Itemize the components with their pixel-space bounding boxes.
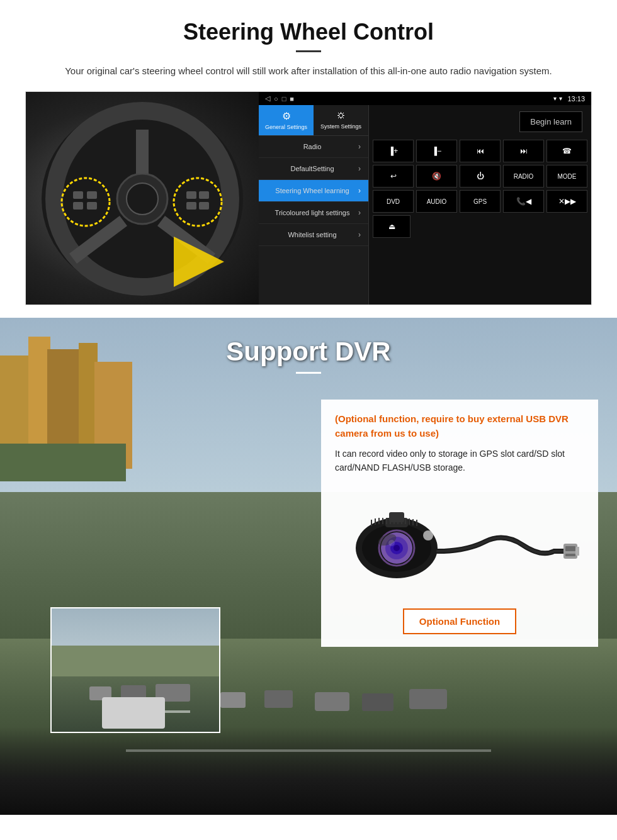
btn-vol-down[interactable]: ▐−	[416, 140, 457, 162]
btn-gps[interactable]: GPS	[460, 190, 501, 213]
dvd-label: DVD	[387, 198, 400, 205]
audio-label: AUDIO	[427, 198, 447, 205]
page-title: Steering Wheel Control	[25, 19, 592, 45]
nav-square-icon: □	[282, 95, 286, 103]
radio-label: RADIO	[514, 173, 534, 180]
tab-system-settings[interactable]: ⛭ System Settings	[314, 105, 368, 135]
menu-item-tricoloured[interactable]: Tricoloured light settings ›	[259, 202, 368, 224]
steering-photo	[26, 92, 259, 305]
steering-ui-container: ◁ ○ □ ■ ▾ ▾ 13:13 ⚙ Gen	[25, 91, 592, 305]
svg-rect-8	[73, 191, 83, 199]
signal-icon: ▾	[559, 95, 562, 102]
btn-vol-up[interactable]: ▐+	[373, 140, 414, 162]
system-icon: ⛭	[336, 110, 346, 121]
btn-phone[interactable]: ☎	[546, 140, 587, 162]
wifi-icon: ▾	[553, 95, 557, 102]
btn-dvd[interactable]: DVD	[373, 190, 414, 213]
phone-prev-icon: 📞◀	[516, 197, 531, 206]
btn-mute-next[interactable]: ✕▶▶	[546, 190, 587, 213]
svg-rect-9	[87, 191, 97, 199]
begin-learn-button[interactable]: Begin learn	[519, 111, 582, 132]
time-display: 13:13	[567, 95, 585, 103]
menu-arrow-steering: ›	[358, 186, 361, 195]
dvr-divider	[296, 372, 321, 374]
tab-general-settings[interactable]: ⚙ General Settings	[259, 105, 314, 135]
android-statusbar: ◁ ○ □ ■ ▾ ▾ 13:13	[259, 92, 591, 105]
status-icons: ▾ ▾ 13:13	[553, 95, 585, 103]
phone-icon: ☎	[562, 147, 572, 155]
nav-home-icon: ○	[274, 95, 278, 103]
optional-function-button[interactable]: Optional Function	[403, 608, 516, 634]
button-row-4: ⏏	[373, 215, 587, 238]
svg-rect-11	[87, 202, 97, 210]
svg-rect-30	[565, 554, 575, 556]
steering-section: Steering Wheel Control Your original car…	[0, 0, 617, 318]
btn-power[interactable]: ⏻	[460, 165, 501, 188]
dvr-device-svg	[340, 488, 579, 595]
btn-radio[interactable]: RADIO	[503, 165, 544, 188]
menu-arrow-tricoloured: ›	[358, 208, 361, 217]
svg-point-23	[393, 545, 400, 551]
dvr-device-area	[335, 485, 584, 598]
button-row-1: ▐+ ▐− ⏮ ⏭ ☎	[373, 140, 587, 162]
android-content: ⚙ General Settings ⛭ System Settings Rad…	[259, 105, 591, 305]
btn-next[interactable]: ⏭	[503, 140, 544, 162]
svg-point-27	[423, 530, 433, 540]
steering-wheel-svg	[35, 98, 249, 300]
settings-gear-icon: ⚙	[282, 110, 291, 122]
btn-hangup[interactable]: ↩	[373, 165, 414, 188]
vol-down-icon: ▐−	[432, 147, 442, 155]
gps-label: GPS	[473, 198, 487, 205]
prev-icon: ⏮	[477, 147, 484, 155]
dvr-description: It can record video only to storage in G…	[335, 447, 584, 475]
btn-mute[interactable]: 🔇	[416, 165, 457, 188]
menu-item-radio[interactable]: Radio ›	[259, 136, 368, 158]
svg-rect-31	[575, 547, 579, 556]
btn-eject[interactable]: ⏏	[373, 215, 410, 238]
svg-point-46	[388, 540, 395, 546]
power-icon: ⏻	[477, 172, 484, 181]
begin-learn-row: Begin learn	[373, 109, 587, 137]
dvr-optional-text: (Optional function, require to buy exter…	[335, 412, 584, 440]
dvr-footage-thumbnail	[50, 607, 220, 733]
button-grid-panel: Begin learn ▐+ ▐− ⏮	[369, 105, 591, 305]
svg-rect-12	[186, 191, 196, 199]
mute-icon: 🔇	[432, 172, 441, 181]
btn-phone-prev[interactable]: 📞◀	[503, 190, 544, 213]
dvr-info-card: (Optional function, require to buy exter…	[321, 400, 598, 647]
menu-arrow-default: ›	[358, 164, 361, 173]
nav-dot-icon: ■	[290, 95, 294, 103]
svg-rect-14	[186, 202, 196, 210]
menu-item-whitelist[interactable]: Whitelist setting ›	[259, 224, 368, 246]
btn-audio[interactable]: AUDIO	[416, 190, 457, 213]
steering-photo-inner	[26, 92, 259, 305]
svg-rect-15	[199, 202, 209, 210]
nav-back-icon: ◁	[265, 94, 270, 103]
dvr-title: Support DVR	[0, 337, 617, 367]
hangup-icon: ↩	[390, 172, 397, 181]
tab-bar: ⚙ General Settings ⛭ System Settings	[259, 105, 368, 136]
dvr-section: Support DVR (Optional function, require …	[0, 318, 617, 815]
title-divider	[296, 50, 321, 52]
menu-item-steering-wheel[interactable]: Steering Wheel learning ›	[259, 180, 368, 202]
menu-item-default-setting[interactable]: DefaultSetting ›	[259, 158, 368, 180]
android-panel: ◁ ○ □ ■ ▾ ▾ 13:13 ⚙ Gen	[259, 92, 591, 305]
btn-mode[interactable]: MODE	[546, 165, 587, 188]
vol-up-icon: ▐+	[388, 147, 399, 155]
svg-rect-10	[73, 202, 83, 210]
mode-label: MODE	[558, 173, 577, 180]
dvr-title-area: Support DVR	[0, 318, 617, 380]
eject-icon: ⏏	[388, 222, 395, 231]
menu-list: Radio › DefaultSetting › Steering Wheel …	[259, 136, 368, 305]
mute-next-icon: ✕▶▶	[558, 197, 576, 206]
svg-rect-29	[565, 546, 575, 551]
svg-point-17	[127, 183, 158, 215]
steering-description: Your original car's steering wheel contr…	[38, 64, 579, 79]
button-row-3: DVD AUDIO GPS 📞◀ ✕▶▶	[373, 190, 587, 213]
next-icon: ⏭	[520, 147, 528, 155]
menu-panel: ⚙ General Settings ⛭ System Settings Rad…	[259, 105, 369, 305]
dvr-thumbnail-inner	[52, 608, 219, 732]
btn-prev[interactable]: ⏮	[460, 140, 501, 162]
button-row-2: ↩ 🔇 ⏻ RADIO MODE	[373, 165, 587, 188]
svg-rect-13	[199, 191, 209, 199]
